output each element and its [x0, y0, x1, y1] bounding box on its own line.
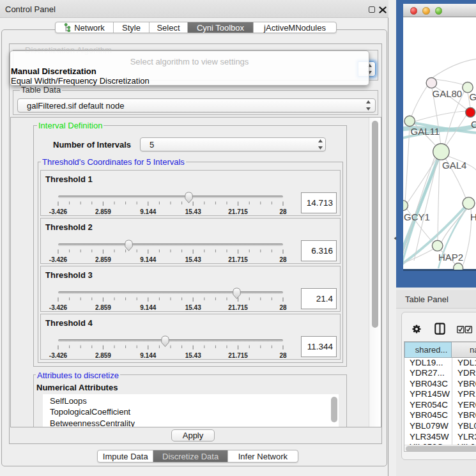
svg-text:HI: HI: [470, 211, 476, 222]
svg-text:CD: CD: [471, 119, 476, 130]
svg-text:HAP2: HAP2: [438, 252, 463, 263]
svg-text:GAL: GAL: [470, 91, 476, 102]
svg-text:GAL11: GAL11: [411, 126, 440, 137]
svg-text:GCY1: GCY1: [404, 211, 430, 222]
svg-text:GAL4: GAL4: [442, 160, 466, 171]
svg-text:GAL80: GAL80: [433, 88, 463, 99]
